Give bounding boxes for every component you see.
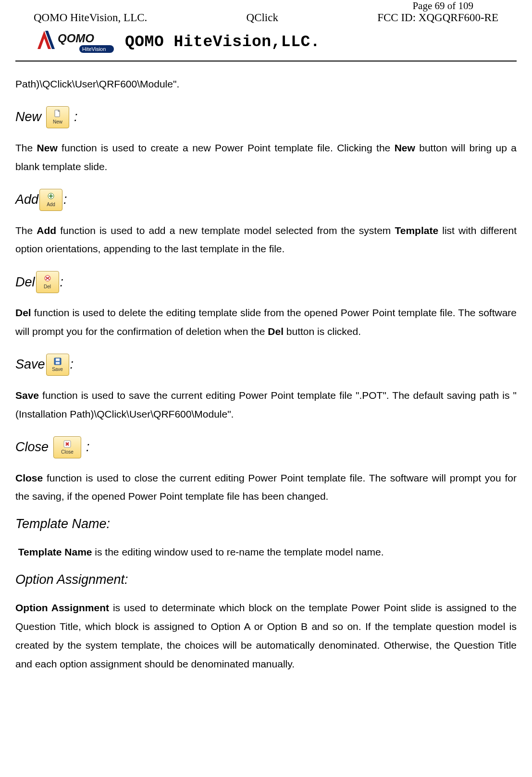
option-assignment-description: Option Assignment is used to determinate… — [15, 599, 517, 673]
add-description: The Add function is used to add a new te… — [15, 222, 517, 259]
add-text-pre: The — [15, 225, 37, 236]
add-text-mid: function is used to add a new template m… — [56, 225, 395, 236]
template-name-text: is the editing window used to re-name th… — [92, 546, 384, 557]
section-head-option-assignment: Option Assignment: — [15, 571, 517, 588]
section-title-template-name: Template Name: — [15, 516, 110, 532]
section-colon-del: : — [60, 274, 64, 291]
delete-icon — [43, 274, 52, 283]
new-button-icon: New — [46, 106, 69, 128]
section-head-new: New New : — [15, 106, 517, 128]
section-head-del: Del Del : — [15, 271, 517, 293]
page-of: of — [445, 0, 458, 12]
section-head-save: Save Save : — [15, 354, 517, 376]
section-colon-add: : — [63, 191, 67, 208]
add-button-label: Add — [47, 201, 55, 208]
save-bold-1: Save — [15, 390, 39, 401]
section-colon-new: : — [74, 109, 78, 125]
template-name-bold: Template Name — [18, 546, 92, 557]
logo-subtext: HiteVision — [82, 46, 106, 52]
logo-text: QOMO — [58, 32, 94, 45]
del-bold-2: Del — [268, 326, 284, 337]
add-bold-2: Template — [395, 225, 438, 236]
section-head-template-name: Template Name: — [15, 516, 517, 532]
section-head-add: Add Add : — [15, 189, 517, 211]
intro-pathtail: Path)\QClick\User\QRF600\Module". — [15, 75, 517, 94]
plus-icon — [46, 192, 56, 201]
close-bold-1: Close — [15, 472, 43, 483]
company-title: QOMO HiteVision,LLC. — [125, 33, 320, 51]
header-left: QOMO HiteVision, LLC. — [34, 12, 147, 24]
del-bold-1: Del — [15, 307, 31, 318]
section-title-option-assignment: Option Assignment: — [15, 571, 128, 588]
page-current: 69 — [435, 0, 445, 12]
close-button-icon: Close — [53, 436, 81, 458]
close-button-label: Close — [61, 449, 74, 455]
del-button-icon: Del — [36, 271, 59, 293]
section-head-close: Close Close : — [15, 436, 517, 458]
save-text-post: function is used to save the current edi… — [15, 390, 517, 419]
new-bold-2: New — [395, 142, 415, 153]
del-text-post: button is clicked. — [284, 326, 361, 337]
section-title-del: Del — [15, 274, 35, 291]
qomo-logo: QOMO HiteVision — [34, 28, 115, 56]
document-content: Path)\QClick\User\QRF600\Module". New Ne… — [15, 75, 517, 674]
close-x-icon — [62, 440, 72, 448]
new-bold-1: New — [37, 142, 58, 153]
page-prefix: Page — [412, 0, 434, 12]
svg-rect-6 — [56, 362, 60, 364]
logo-svg: QOMO HiteVision — [34, 28, 115, 56]
save-description: Save function is used to save the curren… — [15, 386, 517, 424]
header-right: FCC ID: XQGQRF600-RE — [377, 12, 498, 24]
del-button-label: Del — [44, 284, 51, 290]
add-bold-1: Add — [37, 225, 56, 236]
section-title-new: New — [15, 109, 41, 125]
section-colon-save: : — [70, 356, 74, 373]
header-divider — [15, 61, 517, 62]
close-description: Close function is used to close the curr… — [15, 469, 517, 506]
section-title-save: Save — [15, 356, 45, 373]
header-center: QClick — [247, 12, 278, 24]
new-button-label: New — [53, 119, 62, 125]
add-button-icon: Add — [39, 189, 62, 211]
template-name-description: Template Name is the editing window used… — [15, 543, 517, 562]
new-description: The New function is used to create a new… — [15, 139, 517, 176]
close-text-post: function is used to close the current ed… — [15, 472, 517, 502]
section-title-add: Add — [15, 191, 38, 208]
new-text-mid: function is used to create a new Power P… — [58, 142, 395, 153]
document-icon — [53, 110, 62, 118]
svg-rect-5 — [56, 358, 60, 361]
page-number-area: Page 69 of 109 — [15, 0, 517, 12]
document-header-row: QOMO HiteVision, LLC. QClick FCC ID: XQG… — [15, 12, 517, 24]
new-text-pre: The — [15, 142, 37, 153]
option-assignment-bold: Option Assignment — [15, 602, 109, 613]
del-text-mid: function is used to delete the editing t… — [15, 307, 517, 337]
del-description: Del function is used to delete the editi… — [15, 304, 517, 341]
page-total: 109 — [458, 0, 474, 12]
save-button-icon: Save — [46, 354, 69, 376]
section-title-close: Close — [15, 439, 49, 456]
section-colon-close: : — [86, 439, 90, 456]
floppy-disk-icon — [53, 357, 62, 366]
logo-title-row: QOMO HiteVision QOMO HiteVision,LLC. — [15, 28, 517, 56]
save-button-label: Save — [52, 366, 63, 372]
